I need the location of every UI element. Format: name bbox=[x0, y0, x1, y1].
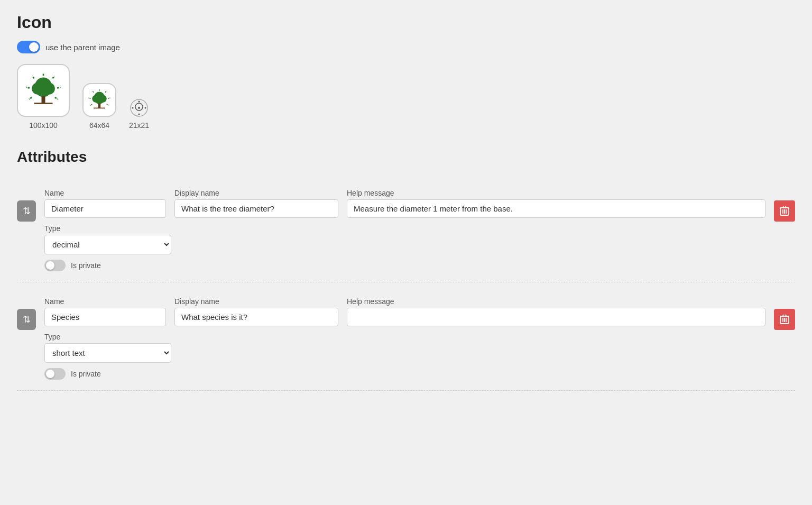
svg-point-29 bbox=[139, 101, 140, 103]
type-label-1: Type bbox=[44, 333, 765, 341]
name-label-0: Name bbox=[44, 189, 166, 197]
trash-icon-0 bbox=[780, 206, 789, 216]
svg-line-46 bbox=[786, 315, 786, 316]
attribute-row-1: ⇅ Name Display name Help message Type de… bbox=[17, 287, 795, 391]
icon-box-64[interactable] bbox=[82, 83, 116, 117]
svg-line-2 bbox=[57, 87, 60, 88]
drag-handle-0[interactable]: ⇅ bbox=[17, 200, 36, 222]
tree-icon-21 bbox=[130, 99, 148, 117]
parent-image-label: use the parent image bbox=[45, 43, 120, 52]
delete-button-0[interactable] bbox=[774, 200, 795, 222]
icon-label-64: 64x64 bbox=[89, 121, 109, 130]
field-group-display-1: Display name bbox=[174, 297, 338, 326]
icon-item-21-inner: 21x21 bbox=[129, 99, 149, 130]
svg-rect-11 bbox=[42, 96, 45, 104]
field-row-main-1: Name Display name Help message bbox=[44, 297, 765, 326]
field-row-main-0: Name Display name Help message bbox=[44, 189, 765, 218]
svg-rect-24 bbox=[98, 104, 100, 108]
field-group-help-1: Help message bbox=[347, 297, 765, 326]
svg-point-30 bbox=[139, 114, 140, 115]
parent-image-toggle-row: use the parent image bbox=[17, 41, 795, 53]
svg-line-15 bbox=[108, 98, 110, 98]
name-label-1: Name bbox=[44, 297, 166, 306]
svg-line-6 bbox=[29, 97, 32, 99]
attribute-row-0: ⇅ Name Display name Help message Type de… bbox=[17, 178, 795, 282]
icon-box-100[interactable] bbox=[17, 64, 70, 117]
type-select-1[interactable]: decimal integer short text long text boo… bbox=[44, 343, 171, 363]
svg-line-3 bbox=[55, 97, 58, 99]
parent-image-toggle[interactable] bbox=[17, 41, 40, 53]
type-select-0[interactable]: decimal integer short text long text boo… bbox=[44, 235, 171, 254]
svg-point-32 bbox=[145, 107, 146, 109]
svg-line-4 bbox=[32, 76, 34, 78]
name-input-0[interactable] bbox=[44, 199, 166, 218]
tree-icon-100 bbox=[25, 72, 62, 109]
svg-point-31 bbox=[132, 107, 134, 109]
field-group-help-0: Help message bbox=[347, 189, 765, 218]
svg-line-1 bbox=[53, 76, 55, 78]
display-name-label-0: Display name bbox=[174, 189, 338, 197]
svg-line-45 bbox=[783, 315, 783, 316]
is-private-label-1: Is private bbox=[71, 370, 101, 378]
svg-line-19 bbox=[90, 104, 92, 105]
icons-row: 100x100 64x64 bbox=[17, 64, 795, 130]
help-message-label-0: Help message bbox=[347, 189, 765, 197]
field-group-name-0: Name bbox=[44, 189, 166, 218]
private-row-0: Is private bbox=[44, 260, 765, 271]
is-private-toggle-1[interactable] bbox=[44, 368, 66, 380]
svg-line-18 bbox=[89, 98, 91, 98]
is-private-label-0: Is private bbox=[71, 261, 101, 270]
icon-label-21: 21x21 bbox=[129, 121, 149, 130]
svg-line-38 bbox=[783, 206, 783, 208]
attributes-section-title: Attributes bbox=[17, 149, 795, 166]
help-message-input-0[interactable] bbox=[347, 199, 765, 218]
drag-handle-1[interactable]: ⇅ bbox=[17, 309, 36, 330]
attribute-fields-0: Name Display name Help message Type deci… bbox=[44, 189, 765, 271]
display-name-label-1: Display name bbox=[174, 297, 338, 306]
svg-point-23 bbox=[95, 98, 103, 104]
delete-button-1[interactable] bbox=[774, 309, 795, 330]
svg-line-16 bbox=[107, 104, 108, 105]
trash-icon-1 bbox=[780, 314, 789, 325]
svg-line-14 bbox=[105, 91, 106, 93]
field-group-display-0: Display name bbox=[174, 189, 338, 218]
type-row-0: Type decimal integer short text long tex… bbox=[44, 224, 765, 254]
help-message-input-1[interactable] bbox=[347, 308, 765, 326]
tree-icon-64 bbox=[88, 88, 111, 112]
display-name-input-0[interactable] bbox=[174, 199, 338, 218]
svg-point-28 bbox=[138, 107, 140, 109]
icon-section-title: Icon bbox=[17, 13, 795, 32]
icon-item-64: 64x64 bbox=[82, 83, 116, 130]
svg-line-39 bbox=[786, 206, 786, 208]
svg-line-17 bbox=[93, 91, 94, 93]
attribute-fields-1: Name Display name Help message Type deci… bbox=[44, 297, 765, 380]
svg-line-5 bbox=[26, 87, 30, 88]
private-row-1: Is private bbox=[44, 368, 765, 380]
svg-point-10 bbox=[37, 88, 50, 97]
is-private-toggle-0[interactable] bbox=[44, 260, 66, 271]
name-input-1[interactable] bbox=[44, 308, 166, 326]
icon-label-100: 100x100 bbox=[29, 121, 58, 130]
type-row-1: Type decimal integer short text long tex… bbox=[44, 333, 765, 363]
field-group-name-1: Name bbox=[44, 297, 166, 326]
icon-item-21: 21x21 bbox=[129, 99, 149, 130]
icon-item-100: 100x100 bbox=[17, 64, 70, 130]
help-message-label-1: Help message bbox=[347, 297, 765, 306]
display-name-input-1[interactable] bbox=[174, 308, 338, 326]
type-label-0: Type bbox=[44, 224, 765, 233]
